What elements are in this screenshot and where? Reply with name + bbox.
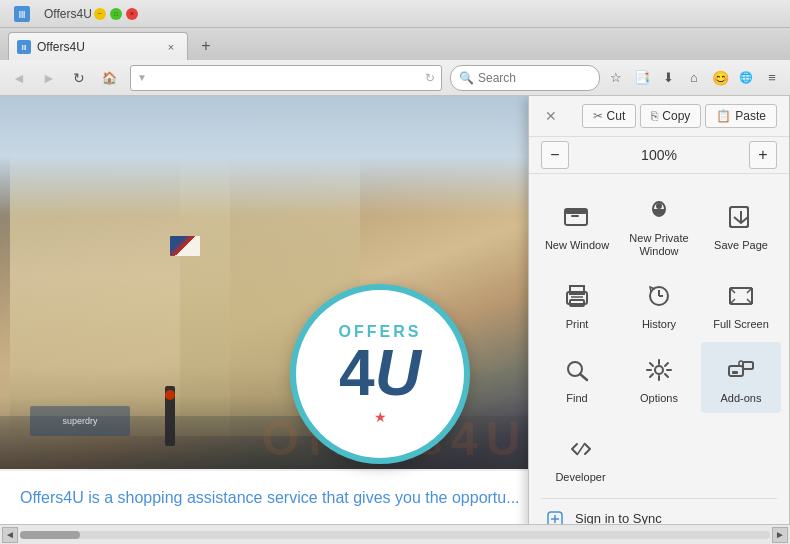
window-controls: − □ ×: [92, 8, 140, 20]
menu-item-new-window[interactable]: New Window: [537, 182, 617, 266]
tab-bar: ||| Offers4U × +: [0, 28, 790, 60]
svg-point-18: [655, 366, 663, 374]
menu-divider-1: [541, 498, 777, 499]
maximize-button[interactable]: □: [110, 8, 122, 20]
scroll-thumb[interactable]: [20, 531, 80, 539]
menu-item-history[interactable]: History: [619, 268, 699, 339]
svg-line-22: [577, 443, 585, 455]
save-page-icon: [723, 199, 759, 235]
zoom-minus-icon: −: [550, 146, 559, 164]
menu-item-full-screen[interactable]: Full Screen: [701, 268, 781, 339]
menu-item-options[interactable]: Options: [619, 342, 699, 413]
url-input[interactable]: [151, 71, 425, 85]
svg-rect-5: [730, 207, 748, 227]
home-icon[interactable]: ⌂: [682, 66, 706, 90]
history-icon: [641, 278, 677, 314]
new-window-label: New Window: [545, 239, 609, 252]
new-tab-button[interactable]: +: [192, 32, 220, 60]
home-button[interactable]: 🏠: [96, 65, 122, 91]
horizontal-scrollbar: ◄ ►: [0, 524, 790, 544]
save-page-label: Save Page: [714, 239, 768, 252]
zoom-plus-icon: +: [758, 146, 767, 164]
search-container: 🔍: [450, 65, 600, 91]
search-icon: 🔍: [459, 71, 474, 85]
zoom-in-button[interactable]: +: [749, 141, 777, 169]
scroll-right-button[interactable]: ►: [772, 527, 788, 543]
copy-icon: ⎘: [651, 109, 658, 123]
scroll-left-button[interactable]: ◄: [2, 527, 18, 543]
forward-button[interactable]: ►: [36, 65, 62, 91]
tab-close-button[interactable]: ×: [163, 39, 179, 55]
menu-close-button[interactable]: ✕: [541, 106, 561, 126]
add-ons-icon: [723, 352, 759, 388]
menu-item-print[interactable]: Print: [537, 268, 617, 339]
tab-favicon: |||: [17, 40, 31, 54]
logo-4u-text: 4U: [339, 341, 421, 405]
zoom-level-display: 100%: [641, 147, 677, 163]
history-label: History: [642, 318, 676, 331]
browser-icon: |||: [14, 6, 30, 22]
developer-icon: [563, 431, 599, 467]
svg-rect-20: [743, 362, 753, 369]
copy-label: Copy: [662, 109, 690, 123]
toolbar-action-icons: ☆ 📑 ⬇ ⌂ 😊 🌐 ≡: [604, 66, 784, 90]
paste-icon: 📋: [716, 109, 731, 123]
print-icon: [559, 278, 595, 314]
cut-icon: ✂: [593, 109, 603, 123]
print-label: Print: [566, 318, 589, 331]
download-icon[interactable]: ⬇: [656, 66, 680, 90]
copy-button[interactable]: ⎘ Copy: [640, 104, 701, 128]
logo-star: ★: [374, 409, 387, 425]
url-bar-container: ▼ ↻: [130, 65, 442, 91]
new-window-icon: [559, 199, 595, 235]
close-x-icon: ✕: [545, 108, 557, 124]
menu-item-new-private-window[interactable]: New Private Window: [619, 182, 699, 266]
emoji-icon[interactable]: 😊: [708, 66, 732, 90]
cut-copy-paste-group: ✂ Cut ⎘ Copy 📋 Paste: [582, 104, 777, 128]
options-label: Options: [640, 392, 678, 405]
cut-button[interactable]: ✂ Cut: [582, 104, 637, 128]
close-button[interactable]: ×: [126, 8, 138, 20]
svg-line-17: [580, 374, 587, 380]
developer-label: Developer: [555, 471, 605, 484]
toolbar: ◄ ► ↻ 🏠 ▼ ↻ 🔍 ☆ 📑 ⬇ ⌂ 😊 🌐 ≡: [0, 60, 790, 96]
find-label: Find: [566, 392, 587, 405]
logo-circle: OFFERS 4U ★: [290, 284, 470, 464]
svg-rect-2: [571, 215, 579, 217]
sync-icon[interactable]: 🌐: [734, 66, 758, 90]
menu-item-save-page[interactable]: Save Page: [701, 182, 781, 266]
window-title: Offers4U: [36, 7, 92, 21]
menu-item-sign-in[interactable]: Sign in to Sync: [529, 501, 789, 524]
content-area: superdry Offers4U OFFERS 4U ★ Offers4U i…: [0, 96, 790, 524]
url-dropdown-icon[interactable]: ▼: [137, 72, 147, 83]
back-button[interactable]: ◄: [6, 65, 32, 91]
tab-title: Offers4U: [37, 40, 159, 54]
search-input[interactable]: [478, 71, 578, 85]
full-screen-label: Full Screen: [713, 318, 769, 331]
active-tab[interactable]: ||| Offers4U ×: [8, 32, 188, 60]
full-screen-icon: [723, 278, 759, 314]
url-refresh-icon[interactable]: ↻: [425, 71, 435, 85]
zoom-out-button[interactable]: −: [541, 141, 569, 169]
bookmark-star-icon[interactable]: ☆: [604, 66, 628, 90]
menu-item-find[interactable]: Find: [537, 342, 617, 413]
bookmark-manager-icon[interactable]: 📑: [630, 66, 654, 90]
menu-icon[interactable]: ≡: [760, 66, 784, 90]
menu-item-developer[interactable]: Developer: [537, 421, 624, 492]
svg-rect-21: [732, 371, 738, 374]
reload-button[interactable]: ↻: [66, 65, 92, 91]
minimize-button[interactable]: −: [94, 8, 106, 20]
sign-in-label: Sign in to Sync: [575, 511, 662, 524]
menu-item-add-ons[interactable]: Add-ons: [701, 342, 781, 413]
menu-grid: New Window New Private Window: [529, 174, 789, 421]
paste-button[interactable]: 📋 Paste: [705, 104, 777, 128]
title-bar: ||| Offers4U − □ ×: [0, 0, 790, 28]
firefox-menu-panel: ✕ ✂ Cut ⎘ Copy 📋 Paste −: [528, 96, 790, 524]
paste-label: Paste: [735, 109, 766, 123]
find-icon: [559, 352, 595, 388]
scroll-track[interactable]: [20, 531, 770, 539]
svg-rect-1: [565, 209, 587, 214]
new-private-window-label: New Private Window: [623, 232, 695, 258]
menu-top-row: ✕ ✂ Cut ⎘ Copy 📋 Paste: [529, 96, 789, 137]
options-icon: [641, 352, 677, 388]
